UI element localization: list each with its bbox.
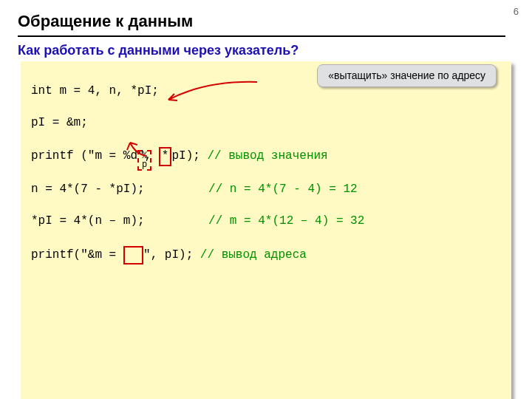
- code-line: printf ("m = %d", *pI); // вывод значени…: [31, 147, 501, 166]
- page-number: 6: [514, 6, 519, 17]
- code-line: n = 4*(7 - *pI); // n = 4*(7 - 4) = 12: [31, 182, 501, 198]
- code-line: printf("&m = ", pI); // вывод адреса: [31, 246, 501, 265]
- deref-highlight: *: [159, 147, 172, 166]
- subtitle-pointer: Как работать с данными через указатель?: [18, 43, 532, 58]
- percent-p-hint: % p: [137, 150, 151, 171]
- slide-title: Обращение к данным: [18, 12, 505, 37]
- code-line: *pI = 4*(n – m); // m = 4*(12 – 4) = 32: [31, 214, 501, 230]
- callout-deref: «вытащить» значение по адресу: [317, 64, 497, 87]
- code-line: pI = &m;: [31, 115, 501, 132]
- code-block-pointer: int m = 4, n, *pI; pI = &m; printf ("m =…: [21, 61, 511, 399]
- fmt-placeholder-box: [123, 246, 143, 265]
